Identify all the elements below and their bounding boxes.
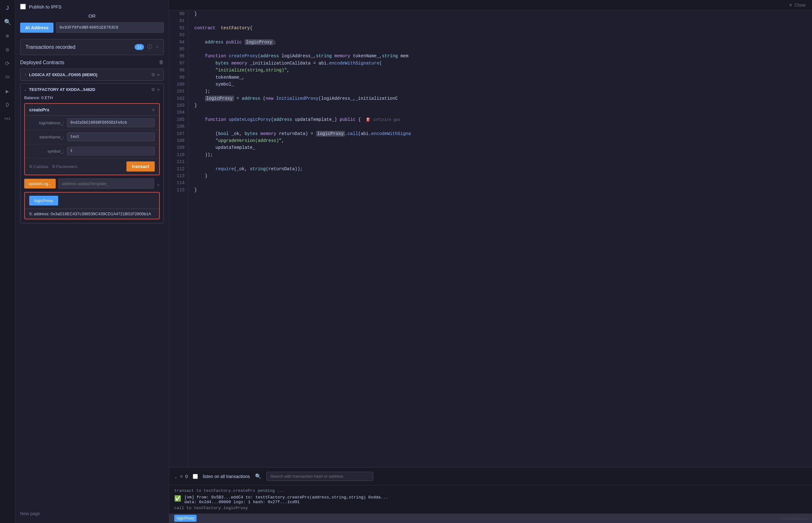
param-input-symbol[interactable] [67, 147, 155, 156]
terminal-success-text: [vm] from: 0x5B3...eddC4 to: testtFactor… [184, 495, 388, 504]
code-line-109: updataTemplate_ [194, 144, 806, 151]
code-line-101: ); [194, 88, 806, 95]
code-area[interactable]: 90 91 92 93 94 95 96 97 98 99 100 101 10… [169, 11, 812, 467]
new-page-button[interactable]: New page [20, 508, 164, 519]
logic-proxy-result: 0: address: 0x3aD18EC437c396539C439CD1A4… [25, 209, 159, 219]
testfactory-chevron-down-icon: ⌄ [24, 87, 26, 92]
deployed-contracts-title: Deployed Contracts [20, 60, 64, 66]
code-line-108: "upgradeVersion(address)", [194, 137, 806, 144]
param-input-logiaddress[interactable] [67, 118, 155, 127]
logica-close-icon[interactable]: ✕ [157, 72, 160, 77]
terminal-success-row: ✅ [vm] from: 0x5B3...eddC4 to: testtFact… [174, 495, 807, 504]
transactions-section: Transactions recorded 11 ⓘ › [20, 39, 164, 55]
code-line-102: logicProxy = address (new InitializedPro… [194, 95, 806, 102]
calldata-button[interactable]: ⧉ Calldata [29, 164, 49, 169]
logica-copy-icon[interactable]: ⧉ [152, 72, 155, 77]
transactions-badge: 11 [135, 44, 144, 50]
bottom-bar: ⌄ ⊘ 0 listen on all transactions 🔍 [169, 467, 812, 485]
sidebar-icon-refresh[interactable]: ⟳ [2, 58, 13, 69]
chevron-right-icon[interactable]: › [155, 44, 158, 50]
param-row-symbol: symbol_: [25, 144, 159, 158]
code-line-90: } [194, 11, 806, 17]
balance-label: Balance: 0 ETH [24, 95, 160, 100]
publish-row: Publish to IPFS [20, 4, 164, 10]
trash-icon[interactable]: 🗑 [159, 59, 164, 66]
sidebar-icon-j[interactable]: J [2, 2, 13, 14]
code-line-110: )); [194, 151, 806, 158]
sidebar-icon-d[interactable]: D [2, 100, 13, 111]
function-actions: ⧉ Calldata ⧉ Parameters transact [25, 158, 159, 175]
terminal-call: call to testFactory.logicProxy [174, 506, 807, 510]
right-panel: ✕ Close 90 91 92 93 94 95 96 97 98 99 10… [169, 0, 812, 523]
code-line-113: } [194, 173, 806, 179]
sidebar-icon-settings[interactable]: ⚙ [2, 44, 13, 55]
terminal-line1: [vm] from: 0x5B3...eddC4 to: testtFactor… [184, 495, 388, 500]
logica-contract-header[interactable]: › LOGICA AT 0XD2A...FD005 (MEMO) ⧉ ✕ [20, 69, 164, 80]
param-label-tokenname: tokenName_: [29, 135, 64, 139]
parameters-button[interactable]: ⧉ Parameters [52, 164, 77, 169]
stop-icon[interactable]: ⊘ [180, 473, 183, 480]
create-prx-chevron-up-icon[interactable]: ∧ [152, 107, 155, 112]
code-line-93 [194, 32, 806, 38]
publish-checkbox[interactable] [20, 4, 26, 10]
param-label-symbol: symbol_: [29, 149, 64, 154]
sidebar-icon-pr[interactable]: PRI [2, 113, 13, 125]
transact-button[interactable]: transact [127, 161, 155, 172]
create-prx-title: createPrx [29, 107, 50, 112]
listen-label: listen on all transactions [203, 474, 250, 479]
logic-proxy-button[interactable]: logicProxy [29, 196, 58, 205]
update-log-input[interactable] [58, 178, 154, 189]
listen-checkbox[interactable] [193, 474, 198, 479]
terminal-area: transact to testFactory.createPrx pendin… [169, 485, 812, 513]
code-line-104 [194, 109, 806, 116]
chevron-down-bottom-icon[interactable]: ⌄ [174, 473, 177, 480]
sidebar-icon-add[interactable]: ⊕ [2, 30, 13, 41]
transactions-label: Transactions recorded [25, 44, 131, 50]
code-line-105: function updateLogicPorxy(address updata… [194, 116, 806, 123]
transaction-count: 0 [185, 474, 188, 479]
search-icon: 🔍 [255, 473, 261, 480]
code-line-98: "initialize(string,string)", [194, 67, 806, 74]
publish-label: Publish to IPFS [29, 4, 61, 10]
code-line-99: tokenName_, [194, 74, 806, 81]
code-line-94: address public logicProxy; [194, 39, 806, 46]
code-line-92: contract testFactory{ [194, 24, 806, 32]
search-input[interactable] [266, 472, 373, 481]
terminal-pending: transact to testFactory.createPrx pendin… [174, 488, 807, 493]
sidebar-icon-play[interactable]: ▶ [2, 86, 13, 97]
param-row-tokenname: tokenName_: [25, 130, 159, 144]
testfactory-close-icon[interactable]: ✕ [157, 87, 160, 92]
logica-chevron-right-icon: › [24, 73, 26, 77]
calldata-copy-icon: ⧉ [29, 164, 32, 169]
code-line-114 [194, 179, 806, 186]
sidebar-icon-search[interactable]: 🔍 [2, 16, 13, 28]
param-input-tokenname[interactable] [67, 132, 155, 141]
logica-contract-name: LOGICA AT 0XD2A...FD005 (MEMO) [29, 72, 149, 77]
deployed-contracts-header: Deployed Contracts 🗑 [20, 59, 164, 66]
left-panel: Publish to IPFS OR At Address Transactio… [15, 0, 169, 523]
param-row-logiaddress: logiAddress_: [25, 116, 159, 130]
at-address-row: At Address [20, 22, 164, 33]
update-log-chevron-down-icon[interactable]: ⌄ [157, 181, 160, 187]
success-check-icon: ✅ [174, 495, 181, 504]
param-label-logiaddress: logiAddress_: [29, 121, 64, 125]
tab-logic-proxy[interactable]: logicProxy [174, 515, 196, 522]
sidebar-icon-sh[interactable]: SH [2, 72, 13, 83]
create-prx-section: createPrx ∧ logiAddress_: tokenName_: sy… [24, 103, 160, 175]
testfactory-contract-header[interactable]: ⌄ TESTFACTORY AT 0XDDA...5482D ⧉ ✕ [20, 84, 164, 95]
testfactory-copy-icon[interactable]: ⧉ [152, 87, 155, 92]
at-address-button[interactable]: At Address [20, 23, 54, 33]
bottom-icons: ⌄ ⊘ 0 [174, 473, 188, 480]
code-line-111 [194, 158, 806, 165]
testfactory-contract-item: ⌄ TESTFACTORY AT 0XDDA...5482D ⧉ ✕ Balan… [20, 84, 164, 223]
info-icon[interactable]: ⓘ [147, 44, 152, 50]
logic-proxy-header: logicProxy [25, 193, 159, 209]
create-prx-header: createPrx ∧ [25, 104, 159, 116]
close-button[interactable]: ✕ Close [786, 1, 808, 9]
logica-contract-item: › LOGICA AT 0XD2A...FD005 (MEMO) ⧉ ✕ [20, 69, 164, 81]
terminal-line2: data: 0x2d4...00000 logs: 1 hash: 0x27f.… [184, 500, 388, 504]
code-line-112: require(_ok, string(returnData)); [194, 165, 806, 173]
code-line-96: function createProxy(address logiAddress… [194, 53, 806, 59]
update-log-button[interactable]: updateLog... [24, 179, 56, 188]
at-address-input[interactable] [56, 22, 164, 33]
